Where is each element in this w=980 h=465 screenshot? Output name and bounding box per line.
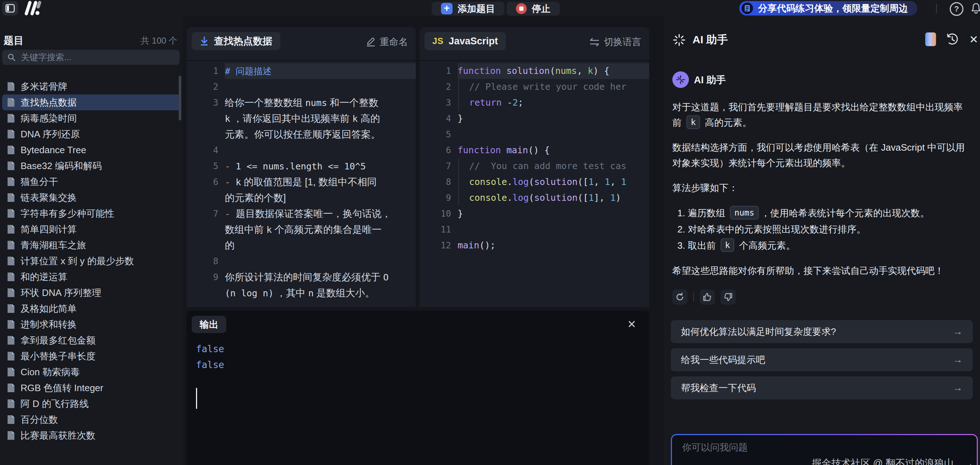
sparkle-icon — [673, 34, 685, 46]
output-close-icon[interactable]: ✕ — [627, 318, 636, 330]
switch-language-button[interactable]: 切换语言 — [589, 36, 641, 48]
sidebar-item-label: Bytedance Tree — [21, 145, 86, 156]
sidebar-item-label: 环状 DNA 序列整理 — [21, 287, 101, 299]
stop-button[interactable]: 停止 — [507, 2, 560, 16]
line-number: 11 — [419, 222, 458, 237]
doc-icon — [6, 288, 16, 298]
sidebar-toggle-button[interactable] — [2, 1, 18, 16]
sidebar-item[interactable]: Cion 勒索病毒 — [2, 364, 180, 380]
add-problem-button[interactable]: + 添加题目 — [432, 2, 504, 16]
line-number: 7 — [419, 158, 458, 174]
line-content: function main() { — [458, 142, 649, 158]
app-window: + 添加题目 停止 分享代码练习体验，领限量定制周边 ? 题目 共 100 个 — [0, 0, 980, 465]
history-icon[interactable] — [945, 32, 959, 46]
description-tab[interactable]: 查找热点数据 — [192, 32, 280, 50]
theme-swatch-icon[interactable] — [925, 32, 936, 46]
line-content: (n log n) ，其中 n 是数组大小。 — [225, 285, 416, 301]
code-editor[interactable]: 1function solution(nums, k) {2// Please … — [419, 61, 649, 307]
suggestion-chip[interactable]: 帮我检查一下代码→ — [671, 376, 973, 400]
description-editor[interactable]: 1# 问题描述23给你一个整数数组 nums 和一个整数k ，请你返回其中出现频… — [187, 61, 416, 307]
chip-arrow-icon: → — [953, 326, 963, 338]
doc-icon — [6, 319, 16, 330]
line-content: - 1 <= nums.length <= 10^5 — [225, 158, 416, 174]
sidebar-item[interactable]: 拿到最多红包金额 — [2, 332, 180, 348]
sidebar-item[interactable]: 字符串有多少种可能性 — [2, 205, 180, 221]
sidebar-item[interactable]: 环状 DNA 序列整理 — [2, 285, 180, 301]
doc-icon — [6, 399, 16, 409]
rename-button[interactable]: 重命名 — [366, 36, 408, 48]
sidebar-item[interactable]: 查找热点数据 — [2, 94, 180, 110]
sidebar-scrollbar[interactable] — [179, 76, 181, 120]
sidebar-item[interactable]: DNA 序列还原 — [2, 126, 180, 142]
sidebar-item[interactable]: 病毒感染时间 — [2, 110, 180, 126]
thumb-up-button[interactable] — [700, 290, 715, 304]
search-box[interactable] — [2, 50, 180, 65]
description-tab-label: 查找热点数据 — [214, 35, 272, 48]
ai-message: 对于这道题，我们首先要理解题目是要求找出给定整数数组中出现频率前 k 高的元素。… — [672, 99, 966, 304]
suggestion-chip[interactable]: 给我一些代码提示吧→ — [671, 348, 973, 371]
sidebar-item[interactable]: RGB 色值转 Integer — [2, 380, 180, 396]
line-content: 的 — [225, 237, 416, 253]
sidebar-item[interactable]: 比赛最高获胜次数 — [2, 427, 180, 443]
top-bar: + 添加题目 停止 分享代码练习体验，领限量定制周边 ? — [0, 0, 980, 17]
sidebar-item-label: DNA 序列还原 — [21, 128, 80, 140]
output-tab-label: 输出 — [200, 318, 218, 331]
line-number — [187, 111, 225, 126]
sidebar-item[interactable]: 最小替换子串长度 — [2, 348, 180, 364]
line-content — [225, 142, 416, 158]
doc-icon — [6, 304, 16, 314]
line-content — [225, 79, 416, 95]
code-line: 9console.log(solution([1], 1) — [419, 190, 649, 206]
swap-icon — [589, 38, 600, 47]
ai-closing-paragraph: 希望这些思路能对你有所帮助，接下来尝试自己动手实现代码吧！ — [672, 263, 966, 279]
ai-input-box[interactable]: 掘金技术社区 @ 翻不过的浪狼山 — [671, 434, 978, 465]
ai-question-input[interactable] — [681, 441, 866, 454]
line-content — [225, 253, 416, 269]
share-banner[interactable]: 分享代码练习体验，领限量定制周边 — [739, 1, 917, 16]
doc-icon — [6, 240, 16, 250]
bell-icon[interactable] — [970, 2, 980, 14]
sidebar-item[interactable]: 和的逆运算 — [2, 269, 180, 285]
problems-sidebar: 题目 共 100 个 多米诺骨牌查找热点数据病毒感染时间DNA 序列还原Byte… — [0, 17, 182, 465]
sidebar-item[interactable]: 百分位数 — [2, 412, 180, 427]
sidebar-item[interactable]: 多米诺骨牌 — [2, 79, 180, 94]
code-line: 5 — [419, 126, 649, 142]
sidebar-item[interactable]: Base32 编码和解码 — [2, 158, 180, 174]
sidebar-item-label: Base32 编码和解码 — [21, 160, 102, 172]
suggestion-chip[interactable]: 如何优化算法以满足时间复杂度要求?→ — [671, 320, 973, 343]
sidebar-item[interactable]: 猫鱼分干 — [2, 174, 180, 190]
doc-icon — [6, 351, 16, 361]
code-line: 10} — [419, 206, 649, 222]
logo-icon[interactable] — [23, 1, 42, 16]
description-line: 8 — [187, 253, 416, 269]
sidebar-item[interactable]: 进制求和转换 — [2, 317, 180, 332]
ai-paragraph: 数据结构选择方面，我们可以考虑使用哈希表（在 JavaScript 中可以用对象… — [672, 140, 966, 171]
description-line: 4 — [187, 142, 416, 158]
topbar-divider — [936, 3, 937, 13]
line-content — [458, 126, 649, 142]
sidebar-item[interactable]: 青海湖租车之旅 — [2, 237, 180, 253]
sidebar-item[interactable]: 计算位置 x 到 y 的最少步数 — [2, 253, 180, 269]
help-icon[interactable]: ? — [950, 2, 963, 16]
sidebar-item[interactable]: 阿 D 的飞行路线 — [2, 396, 180, 412]
sidebar-item-label: 多米诺骨牌 — [21, 80, 67, 93]
line-number: 2 — [187, 79, 225, 95]
regenerate-button[interactable] — [672, 290, 687, 304]
thumb-down-button[interactable] — [721, 290, 736, 304]
search-input[interactable] — [20, 52, 174, 63]
sidebar-item[interactable]: 简单四则计算 — [2, 221, 180, 237]
line-content: } — [458, 206, 649, 222]
chip-arrow-icon: → — [953, 354, 963, 366]
sidebar-item[interactable]: 链表聚集交换 — [2, 190, 180, 205]
ai-panel-title: AI 助手 — [692, 32, 728, 47]
download-icon — [200, 36, 209, 46]
output-tab[interactable]: 输出 — [192, 316, 226, 333]
ai-close-icon[interactable]: ✕ — [969, 33, 978, 46]
rename-label: 重命名 — [380, 36, 408, 48]
code-line: 4} — [419, 111, 649, 126]
line-number: 7 — [187, 206, 225, 222]
description-line: 的元素的个数] — [187, 190, 416, 206]
sidebar-item[interactable]: Bytedance Tree — [2, 142, 180, 158]
sidebar-item[interactable]: 及格如此简单 — [2, 301, 180, 317]
language-tab[interactable]: JS JavaScript — [425, 32, 506, 50]
